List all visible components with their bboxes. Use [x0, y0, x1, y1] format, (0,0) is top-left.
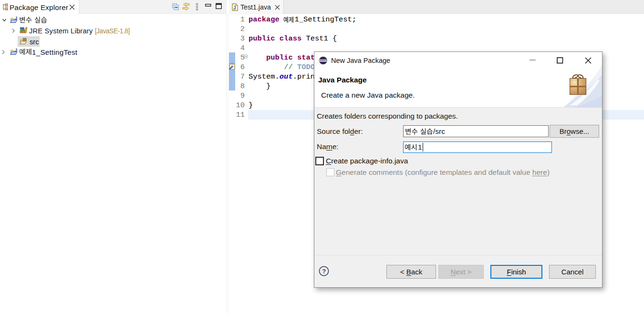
svg-text:?: ? [322, 268, 326, 275]
svg-text:J: J [233, 5, 236, 10]
